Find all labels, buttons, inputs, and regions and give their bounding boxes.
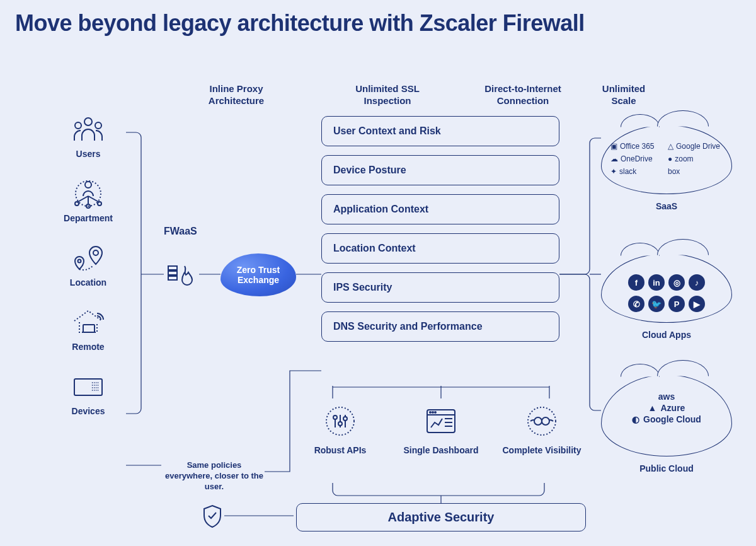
users-icon [69, 113, 107, 145]
source-department: Department [50, 178, 126, 223]
devices-icon [69, 371, 107, 402]
zero-trust-exchange: Zero TrustExchange [220, 253, 296, 296]
dashboard-icon [423, 404, 459, 439]
icon-twitter: 🐦 [648, 296, 665, 312]
svg-point-8 [93, 250, 98, 255]
cloud-label: SaaS [602, 201, 731, 211]
visibility-icon [524, 404, 559, 439]
svg-rect-16 [168, 266, 177, 270]
policies-note: Same policies everywhere, closer to the … [164, 460, 265, 492]
provider-aws: aws [610, 392, 723, 402]
fwaas-label: FWaaS [164, 226, 197, 237]
svg-rect-18 [168, 276, 177, 280]
app-google-drive: △Google Drive [668, 142, 723, 151]
source-label: Department [50, 213, 126, 223]
svg-point-3 [85, 182, 91, 188]
context-stack: User Context and Risk Device Posture App… [321, 116, 559, 351]
trio-label: Robust APIs [296, 445, 384, 455]
svg-point-0 [84, 118, 92, 125]
trio-robust-apis: Robust APIs [296, 404, 384, 455]
left-source-column: Users Department Location [50, 113, 126, 416]
page-title: Move beyond legacy architecture with Zsc… [15, 10, 585, 37]
svg-point-9 [78, 260, 81, 263]
icon-youtube: ▶ [689, 296, 705, 312]
trio-label: Complete Visibility [498, 445, 586, 455]
bottom-trio: Robust APIs Single Dashboard Complete Vi… [296, 404, 586, 455]
adaptive-security-box: Adaptive Security [296, 503, 586, 531]
cloud-public-cloud: aws ▲Azure ◐Google Cloud Public Cloud [601, 375, 732, 456]
source-label: Remote [50, 342, 126, 352]
svg-point-28 [430, 412, 431, 413]
trio-label: Single Dashboard [397, 445, 485, 455]
svg-point-21 [333, 415, 337, 419]
source-label: Devices [50, 406, 126, 416]
app-box: box [668, 167, 723, 176]
label-direct-internet: Direct-to-InternetConnection [472, 83, 573, 107]
firewall-icon [167, 264, 197, 293]
svg-point-2 [95, 122, 101, 129]
app-zoom: ●zoom [668, 154, 723, 163]
icon-linkedin: in [648, 274, 665, 291]
location-icon [69, 242, 107, 274]
svg-rect-10 [83, 325, 94, 332]
api-icon [323, 404, 358, 439]
source-users: Users [50, 113, 126, 159]
svg-point-36 [542, 417, 549, 425]
label-unlimited-scale: UnlimitedScale [573, 83, 674, 107]
svg-point-23 [338, 422, 342, 426]
box-location-context: Location Context [321, 233, 559, 264]
label-inline-proxy: Inline ProxyArchitecture [183, 83, 290, 107]
box-device-posture: Device Posture [321, 155, 559, 185]
top-feature-labels: Inline ProxyArchitecture Unlimited SSLIn… [183, 83, 731, 107]
source-location: Location [50, 242, 126, 288]
source-label: Location [50, 277, 126, 288]
box-ips-security: IPS Security [321, 272, 559, 303]
app-office365: ▣Office 365 [610, 142, 665, 151]
app-onedrive: ☁OneDrive [610, 154, 665, 163]
icon-tiktok: ♪ [689, 274, 705, 291]
svg-point-30 [435, 412, 436, 413]
remote-icon [69, 306, 107, 338]
svg-rect-17 [168, 271, 177, 275]
svg-point-25 [343, 417, 347, 421]
trio-complete-visibility: Complete Visibility [498, 404, 586, 455]
box-dns-security: DNS Security and Performance [321, 311, 559, 342]
cloud-cloud-apps: f in ◎ ♪ ✆ 🐦 P ▶ Cloud Apps [601, 253, 732, 323]
icon-whatsapp: ✆ [628, 296, 644, 312]
icon-pinterest: P [668, 296, 685, 312]
svg-point-29 [432, 412, 433, 413]
icon-instagram: ◎ [668, 274, 685, 291]
icon-facebook: f [628, 274, 644, 291]
label-ssl-inspection: Unlimited SSLInspection [302, 83, 472, 107]
svg-point-35 [534, 417, 542, 425]
zte-label: Zero TrustExchange [232, 265, 285, 285]
source-devices: Devices [50, 371, 126, 416]
cloud-label: Public Cloud [602, 463, 731, 473]
box-user-context: User Context and Risk [321, 116, 559, 146]
source-remote: Remote [50, 306, 126, 352]
source-label: Users [50, 149, 126, 159]
department-icon [69, 178, 107, 209]
cloud-label: Cloud Apps [602, 330, 731, 340]
provider-azure: ▲Azure [610, 403, 723, 413]
cloud-saas: ▣Office 365 △Google Drive ☁OneDrive ●zoo… [601, 125, 732, 194]
app-slack: ✦slack [610, 167, 665, 176]
shield-check-icon [202, 504, 223, 526]
box-application-context: Application Context [321, 194, 559, 224]
trio-single-dashboard: Single Dashboard [397, 404, 485, 455]
svg-point-1 [75, 122, 81, 129]
provider-google-cloud: ◐Google Cloud [610, 414, 723, 424]
